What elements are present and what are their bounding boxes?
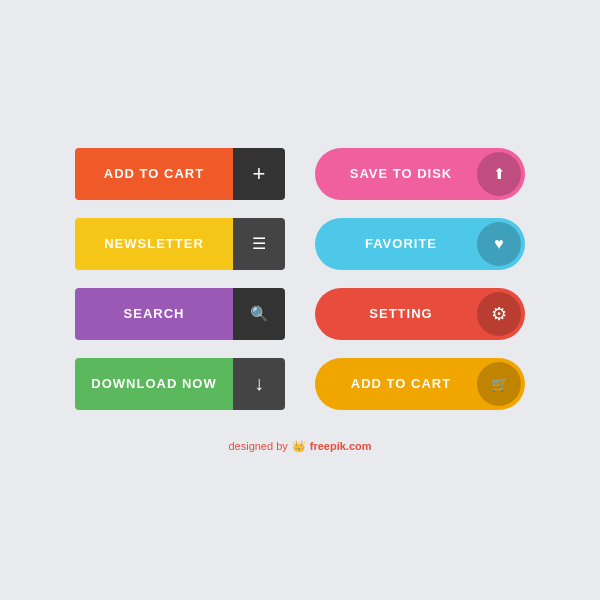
add-to-cart-left-label: ADD TO CART <box>75 148 233 200</box>
save-to-disk-label: SAVE TO DISK <box>315 166 477 181</box>
download-now-button[interactable]: DOWNLOAD NOW <box>75 358 285 410</box>
setting-button[interactable]: SETTING <box>315 288 525 340</box>
upload-icon <box>477 152 521 196</box>
newsletter-label: NEWSLETTER <box>75 218 233 270</box>
add-to-cart-right-button[interactable]: ADD TO CART <box>315 358 525 410</box>
footer: designed by 👑 freepik.com <box>228 440 371 453</box>
download-now-label: DOWNLOAD NOW <box>75 358 233 410</box>
add-to-cart-right-label: ADD TO CART <box>315 376 477 391</box>
left-column: ADD TO CART NEWSLETTER SEARCH DOWNLOAD N… <box>75 148 285 410</box>
search-button[interactable]: SEARCH <box>75 288 285 340</box>
menu-icon <box>233 218 285 270</box>
gear-icon <box>477 292 521 336</box>
buttons-container: ADD TO CART NEWSLETTER SEARCH DOWNLOAD N… <box>75 148 525 410</box>
search-icon <box>233 288 285 340</box>
favorite-button[interactable]: FAVORITE <box>315 218 525 270</box>
setting-label: SETTING <box>315 306 477 321</box>
search-label: SEARCH <box>75 288 233 340</box>
footer-text: designed by <box>228 440 287 452</box>
footer-brand: freepik.com <box>310 440 372 452</box>
heart-icon <box>477 222 521 266</box>
save-to-disk-button[interactable]: SAVE TO DISK <box>315 148 525 200</box>
favorite-label: FAVORITE <box>315 236 477 251</box>
right-column: SAVE TO DISK FAVORITE SETTING ADD TO CAR… <box>315 148 525 410</box>
plus-icon <box>233 148 285 200</box>
newsletter-button[interactable]: NEWSLETTER <box>75 218 285 270</box>
download-icon <box>233 358 285 410</box>
freepik-icon: 👑 <box>292 440 306 453</box>
add-to-cart-left-button[interactable]: ADD TO CART <box>75 148 285 200</box>
basket-icon <box>477 362 521 406</box>
